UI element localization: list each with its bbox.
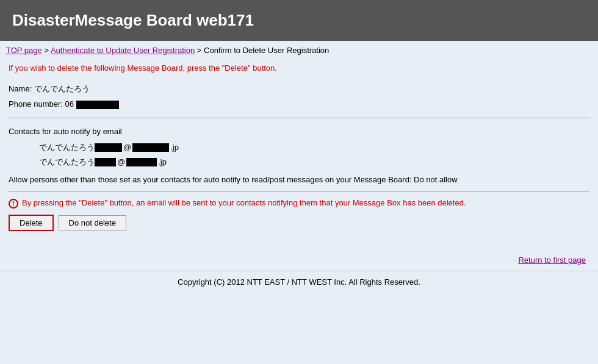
email-2-domain-redacted	[126, 158, 157, 166]
return-to-first-page-link[interactable]: Return to first page	[518, 255, 586, 265]
phone-field: Phone number: 06	[9, 99, 589, 109]
breadcrumb-top-link[interactable]: TOP page	[6, 46, 42, 55]
contact-2-email: @ .jp	[95, 157, 167, 166]
breadcrumb-sep2: >	[197, 46, 204, 55]
main-content: If you wish to delete the following Mess…	[0, 60, 598, 249]
contact-1-name: でんでんたろう	[39, 142, 95, 153]
email-1-domain-redacted	[132, 143, 169, 152]
name-field: Name: でんでんたろう	[9, 84, 589, 95]
name-value: でんでんたろう	[34, 84, 90, 93]
page-title: DisasterMessage Board web171	[12, 11, 586, 30]
warning-icon: !	[9, 199, 18, 209]
return-link-row: Return to first page	[0, 249, 598, 268]
breadcrumb-auth-link[interactable]: Authenticate to Update User Registration	[51, 46, 195, 55]
warning-message: By pressing the "Delete" button, an emai…	[22, 198, 466, 207]
allow-text: Allow persons other than those set as yo…	[9, 175, 589, 184]
contacts-label: Contacts for auto notify by email	[9, 127, 589, 136]
breadcrumb: TOP page > Authenticate to Update User R…	[0, 41, 598, 60]
contact-1-email: @ .jp	[95, 143, 179, 152]
phone-redacted	[76, 101, 119, 109]
email-1-user-redacted	[95, 143, 122, 152]
breadcrumb-current: Confirm to Delete User Registration	[204, 46, 329, 55]
no-delete-button[interactable]: Do not delete	[59, 215, 126, 230]
email-2-tld: .jp	[158, 157, 167, 166]
email-1-tld: .jp	[170, 143, 179, 152]
at-sign-1: @	[123, 143, 131, 152]
phone-prefix: 06	[65, 99, 74, 109]
name-label: Name:	[9, 84, 34, 93]
copyright-text: Copyright (C) 2012 NTT EAST / NTT WEST I…	[178, 277, 420, 287]
contact-row-1: でんでんたろう @ .jp	[39, 142, 589, 153]
at-sign-2: @	[117, 157, 125, 166]
email-2-user-redacted	[95, 158, 116, 166]
phone-label: Phone number:	[9, 99, 65, 109]
divider-1	[9, 118, 589, 118]
buttons-row: Delete Do not delete	[9, 215, 589, 231]
footer: Copyright (C) 2012 NTT EAST / NTT WEST I…	[0, 271, 598, 296]
delete-button[interactable]: Delete	[9, 215, 54, 231]
info-text: If you wish to delete the following Mess…	[9, 63, 589, 73]
page-header: DisasterMessage Board web171	[0, 0, 598, 41]
breadcrumb-sep1: >	[44, 46, 51, 55]
contacts-table: でんでんたろう @ .jp でんでんたろう @ .jp	[39, 142, 589, 168]
contact-row-2: でんでんたろう @ .jp	[39, 157, 589, 168]
warning-section: ! By pressing the "Delete" button, an em…	[9, 191, 589, 231]
contact-2-name: でんでんたろう	[39, 157, 95, 168]
warning-text-row: ! By pressing the "Delete" button, an em…	[9, 198, 589, 209]
